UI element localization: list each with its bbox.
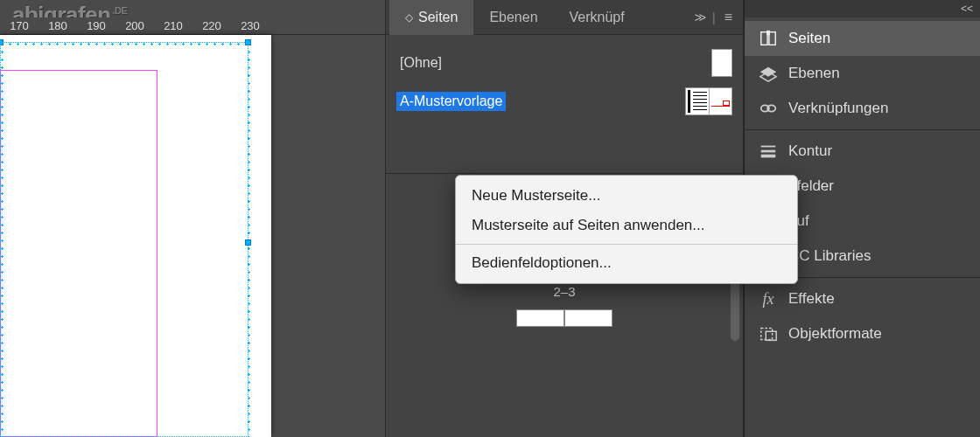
master-none-thumb[interactable] <box>711 49 732 77</box>
tab-ebenen[interactable]: Ebenen <box>473 0 553 35</box>
panel-tabs: ◇ Seiten Ebenen Verknüpf >> | ≡ <box>386 0 743 35</box>
object-styles-icon <box>759 325 778 343</box>
sidebar-item-label: CC Libraries <box>788 247 871 265</box>
master-a-row[interactable]: A-Mustervorlage <box>396 82 732 121</box>
master-pages-list: [Ohne] A-Mustervorlage <box>386 35 743 121</box>
context-menu: Neue Musterseite... Musterseite auf Seit… <box>455 175 798 284</box>
sidebar-item-label: Ebenen <box>788 65 840 82</box>
ruler-tick: 230 <box>231 17 270 34</box>
sidebar-item-label: Objektformate <box>788 325 882 343</box>
spread-thumb-partial[interactable] <box>516 309 612 327</box>
sidebar-item-label: Seiten <box>788 30 830 47</box>
stroke-icon <box>759 142 778 160</box>
sidebar-item-label: Verknüpfungen <box>788 100 888 117</box>
document-canvas: abigrafen.DE 170 180 190 200 210 220 230 <box>0 0 385 437</box>
sidebar-item-seiten[interactable]: Seiten <box>745 21 980 56</box>
ruler-tick: 200 <box>116 17 154 34</box>
master-none-label: [Ohne] <box>396 53 445 73</box>
menu-separator <box>456 244 797 245</box>
horizontal-ruler[interactable]: 170 180 190 200 210 220 230 <box>0 17 385 35</box>
master-a-label: A-Mustervorlage <box>396 92 506 111</box>
panel-menu-icon[interactable]: ≡ <box>724 10 732 25</box>
page-preview[interactable] <box>0 35 271 437</box>
ruler-tick: 180 <box>38 17 77 34</box>
sidebar-group-1: Seiten Ebenen Verknüpfungen <box>745 17 980 130</box>
menu-new-master[interactable]: Neue Musterseite... <box>456 181 797 211</box>
svg-rect-13 <box>766 331 776 340</box>
svg-rect-1 <box>769 32 775 45</box>
menu-panel-options[interactable]: Bedienfeldoptionen... <box>456 248 797 278</box>
expand-sidebar-icon[interactable]: << <box>961 3 973 15</box>
sidebar-item-ebenen[interactable]: Ebenen <box>745 56 980 91</box>
sidebar-group-3: fx Effekte Objektformate <box>745 278 980 355</box>
svg-rect-2 <box>766 31 770 36</box>
effects-icon: fx <box>759 290 778 308</box>
svg-rect-12 <box>761 329 773 340</box>
sidebar-item-verknuepfungen[interactable]: Verknüpfungen <box>745 91 980 126</box>
ruler-tick: 190 <box>77 17 116 34</box>
master-none-row[interactable]: [Ohne] <box>396 44 732 82</box>
pages-icon <box>759 30 778 47</box>
sidebar-item-effekte[interactable]: fx Effekte <box>745 281 980 316</box>
sidebar-item-objektformate[interactable]: Objektformate <box>745 316 980 351</box>
links-icon <box>759 100 778 117</box>
sidebar-item-label: Kontur <box>788 142 832 160</box>
expand-collapse-icon: ◇ <box>405 12 413 23</box>
ruler-tick: 220 <box>192 17 231 34</box>
ruler-tick: 170 <box>0 17 38 34</box>
tab-verknuepf[interactable]: Verknüpf <box>554 0 640 35</box>
menu-apply-master[interactable]: Musterseite auf Seiten anwenden... <box>456 211 797 240</box>
svg-rect-0 <box>761 32 767 45</box>
spread-label: 2–3 <box>553 284 575 299</box>
layers-icon <box>759 65 778 82</box>
sidebar-topbar: << <box>745 0 980 17</box>
panel-divider: | <box>712 10 716 24</box>
master-a-thumb[interactable] <box>685 87 732 115</box>
collapse-panels-icon[interactable]: >> <box>695 10 704 24</box>
sidebar-item-label: Effekte <box>788 290 835 308</box>
sidebar-item-kontur[interactable]: Kontur <box>745 134 980 169</box>
tab-seiten[interactable]: ◇ Seiten <box>389 0 473 35</box>
ruler-tick: 210 <box>154 17 192 34</box>
